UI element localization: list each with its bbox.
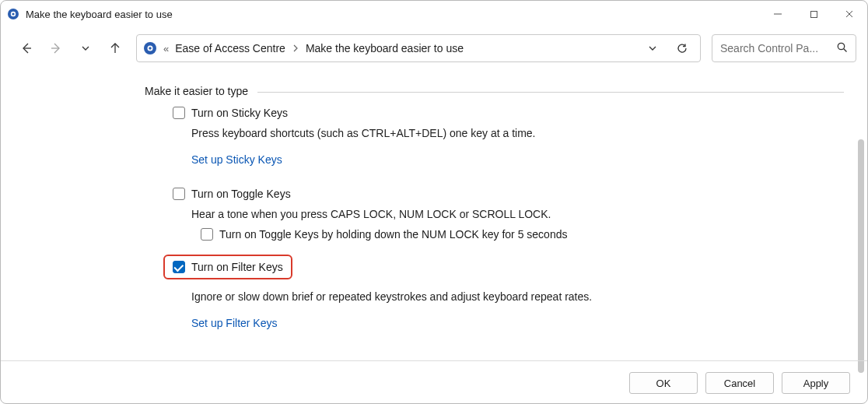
forward-button[interactable] [43,35,69,61]
toggle-keys-description: Hear a tone when you press CAPS LOCK, NU… [191,208,844,220]
filter-keys-description: Ignore or slow down brief or repeated ke… [191,290,844,303]
breadcrumb-current[interactable]: Make the keyboard easier to use [306,42,464,54]
toggle-keys-numlock-checkbox[interactable] [201,228,213,241]
ok-button[interactable]: OK [629,372,698,394]
up-button[interactable] [102,35,128,61]
refresh-button[interactable] [670,37,694,60]
sticky-keys-label: Turn on Sticky Keys [191,107,288,119]
nav-row: « Ease of Access Centre Make the keyboar… [1,27,867,69]
sticky-keys-option[interactable]: Turn on Sticky Keys [173,107,844,119]
filter-keys-option[interactable]: Turn on Filter Keys [163,255,292,279]
sticky-keys-checkbox[interactable] [173,107,185,119]
toggle-keys-numlock-label: Turn on Toggle Keys by holding down the … [219,228,567,241]
toggle-keys-label: Turn on Toggle Keys [191,188,291,200]
maximize-button[interactable] [796,1,831,27]
apply-button[interactable]: Apply [782,372,850,394]
toggle-keys-option[interactable]: Turn on Toggle Keys [173,188,844,200]
svg-point-2 [12,12,14,15]
content-area: Make it easier to type Turn on Sticky Ke… [1,69,867,403]
control-panel-icon [143,41,157,55]
close-button[interactable] [831,1,867,27]
filter-keys-setup-link[interactable]: Set up Filter Keys [191,317,278,329]
sticky-keys-setup-link[interactable]: Set up Sticky Keys [191,153,282,166]
breadcrumb-overflow-glyph[interactable]: « [163,43,169,54]
window-frame: Make the keyboard easier to use [0,0,868,404]
section-heading-row: Make it easier to type [145,85,844,97]
app-icon [7,8,19,20]
search-placeholder: Search Control Pa... [720,42,818,54]
breadcrumb-ease-of-access[interactable]: Ease of Access Centre [175,42,285,54]
svg-point-12 [149,47,151,49]
section-divider [257,92,844,93]
address-bar[interactable]: « Ease of Access Centre Make the keyboar… [136,34,701,62]
vertical-scrollbar[interactable] [858,139,864,373]
address-dropdown-button[interactable] [641,37,664,60]
filter-keys-checkbox[interactable] [173,261,185,273]
svg-line-14 [844,49,847,52]
footer-divider [1,360,867,361]
cancel-button[interactable]: Cancel [705,372,774,394]
breadcrumb-separator-icon [292,43,299,54]
sticky-keys-description: Press keyboard shortcuts (such as CTRL+A… [191,127,844,139]
toggle-keys-checkbox[interactable] [173,188,185,200]
toggle-keys-numlock-option[interactable]: Turn on Toggle Keys by holding down the … [201,228,844,241]
titlebar: Make the keyboard easier to use [1,1,867,27]
search-input[interactable]: Search Control Pa... [712,34,856,62]
recent-locations-button[interactable] [72,35,99,61]
svg-point-13 [838,43,844,49]
section-heading: Make it easier to type [145,85,248,97]
dialog-button-row: OK Cancel Apply [629,372,850,394]
back-button[interactable] [13,35,40,61]
filter-keys-label: Turn on Filter Keys [191,261,283,273]
minimize-button[interactable] [760,1,796,27]
window-controls [760,1,867,27]
window-title: Make the keyboard easier to use [26,9,173,20]
search-icon [836,41,848,55]
svg-rect-4 [810,11,817,17]
